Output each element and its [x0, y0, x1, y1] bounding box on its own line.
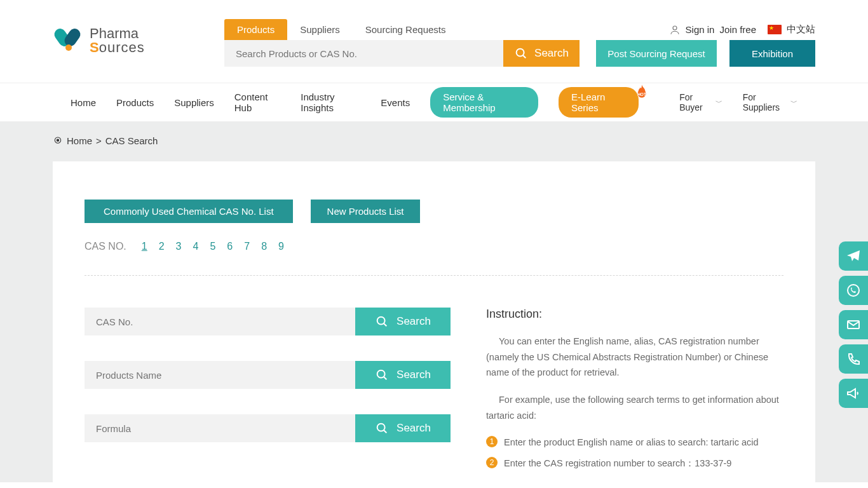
- nav-for-buyer[interactable]: For Buyer ﹀: [679, 92, 722, 112]
- instruction-li1: Enter the product English name or alias …: [504, 435, 759, 451]
- float-whatsapp-button[interactable]: [839, 276, 868, 305]
- nav-events[interactable]: Events: [381, 97, 410, 108]
- search-button-label: Search: [397, 315, 431, 328]
- svg-point-9: [377, 370, 385, 378]
- user-icon: [669, 24, 681, 36]
- bullet-1-icon: 1: [486, 436, 498, 447]
- svg-line-10: [384, 377, 386, 379]
- tab-sourcing-requests[interactable]: Sourcing Requests: [353, 19, 459, 40]
- whatsapp-icon: [846, 283, 861, 298]
- instruction-p1: You can enter the English name, alias, C…: [486, 334, 783, 381]
- casno-3[interactable]: 3: [176, 241, 182, 252]
- casno-4[interactable]: 4: [193, 241, 199, 252]
- nav-products[interactable]: Products: [116, 97, 154, 108]
- breadcrumb-home[interactable]: Home: [67, 135, 92, 146]
- instruction-p2: For example, use the following search te…: [486, 392, 783, 423]
- casno-6[interactable]: 6: [227, 241, 233, 252]
- phone-icon: [846, 351, 861, 367]
- logo[interactable]: Pharma Sources: [53, 19, 224, 56]
- exhibition-button[interactable]: Exhibition: [729, 40, 815, 67]
- casno-label: CAS NO.: [85, 241, 126, 252]
- hot-icon: HOT: [634, 83, 650, 100]
- cas-no-input[interactable]: [85, 308, 355, 336]
- breadcrumb-sep: >: [96, 135, 102, 146]
- megaphone-icon: [846, 386, 861, 401]
- svg-line-2: [523, 55, 526, 58]
- float-announce-button[interactable]: [839, 379, 868, 408]
- casno-2[interactable]: 2: [159, 241, 165, 252]
- logo-text-line2a: S: [90, 39, 99, 55]
- nav-service-membership[interactable]: Service & Membership: [430, 87, 538, 118]
- nav-industry-insights[interactable]: Industry Insights: [301, 92, 360, 113]
- cas-search-button[interactable]: Search: [355, 308, 451, 336]
- nav-suppliers[interactable]: Suppliers: [174, 97, 214, 108]
- search-button-label: Search: [534, 47, 569, 60]
- search-button-label: Search: [397, 369, 431, 381]
- flag-cn-icon: [768, 25, 782, 34]
- chevron-down-icon: ﹀: [715, 98, 722, 107]
- email-icon: [846, 317, 861, 332]
- tab-new-products-list[interactable]: New Products List: [311, 200, 421, 223]
- instruction-li2: Enter the CAS registration number to sea…: [504, 456, 731, 471]
- svg-point-0: [673, 26, 677, 30]
- casno-1[interactable]: 1: [142, 241, 147, 252]
- float-phone-button[interactable]: [839, 344, 868, 374]
- breadcrumb: Home > CAS Search: [53, 135, 815, 161]
- logo-text-line2b: ources: [99, 39, 145, 55]
- bullet-2-icon: 2: [486, 457, 498, 468]
- nav-for-suppliers[interactable]: For Suppliers ﹀: [743, 92, 797, 112]
- svg-line-12: [384, 430, 386, 433]
- search-button[interactable]: Search: [503, 40, 580, 67]
- tab-common-cas-list[interactable]: Commonly Used Chemical CAS No. List: [85, 200, 293, 223]
- search-icon: [375, 368, 389, 382]
- nav-home[interactable]: Home: [71, 97, 96, 108]
- chevron-down-icon: ﹀: [790, 98, 797, 107]
- svg-point-11: [377, 424, 385, 431]
- nav-elearn-label: E-Learn Series: [571, 92, 605, 113]
- location-icon: [53, 136, 63, 146]
- casno-5[interactable]: 5: [210, 241, 215, 252]
- tab-products[interactable]: Products: [224, 19, 287, 40]
- search-icon: [375, 421, 389, 435]
- name-search-button[interactable]: Search: [355, 361, 451, 389]
- tab-suppliers[interactable]: Suppliers: [287, 19, 353, 40]
- join-free-link[interactable]: Join free: [719, 24, 756, 35]
- post-sourcing-button[interactable]: Post Sourcing Request: [596, 40, 717, 67]
- telegram-icon: [846, 248, 861, 264]
- casno-9[interactable]: 9: [278, 241, 284, 252]
- breadcrumb-page: CAS Search: [105, 135, 158, 146]
- svg-point-13: [848, 285, 859, 296]
- search-icon: [514, 46, 528, 60]
- nav-for-suppliers-label: For Suppliers: [743, 92, 787, 112]
- svg-point-7: [377, 317, 385, 325]
- casno-7[interactable]: 7: [244, 241, 250, 252]
- svg-text:HOT: HOT: [637, 92, 646, 97]
- divider: [85, 275, 783, 276]
- instruction-title: Instruction:: [486, 308, 783, 321]
- svg-point-1: [517, 49, 524, 57]
- search-input[interactable]: [224, 40, 503, 67]
- casno-8[interactable]: 8: [261, 241, 267, 252]
- float-telegram-button[interactable]: [839, 241, 868, 271]
- nav-content-hub[interactable]: Content Hub: [234, 92, 281, 113]
- nav-elearn-series[interactable]: E-Learn Series HOT: [559, 87, 639, 118]
- formula-input[interactable]: [85, 414, 355, 442]
- formula-search-button[interactable]: Search: [355, 414, 451, 442]
- lang-link[interactable]: 中文站: [787, 24, 815, 36]
- svg-line-8: [384, 323, 386, 326]
- search-icon: [375, 315, 389, 329]
- float-email-button[interactable]: [839, 310, 868, 339]
- logo-text-line1: Pharma: [90, 27, 145, 41]
- nav-for-buyer-label: For Buyer: [679, 92, 712, 112]
- product-name-input[interactable]: [85, 361, 355, 389]
- svg-point-6: [57, 139, 58, 141]
- search-button-label: Search: [397, 422, 431, 435]
- sign-in-link[interactable]: Sign in: [686, 24, 715, 35]
